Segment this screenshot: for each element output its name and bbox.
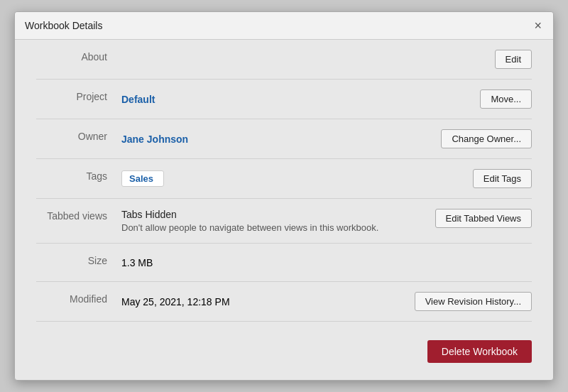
dialog-body: About Edit Project Default Move... Owner…	[15, 40, 553, 380]
owner-action: Change Owner...	[441, 129, 532, 148]
project-action: Move...	[480, 89, 532, 109]
tags-content: Sales	[121, 170, 473, 187]
project-row: Project Default Move...	[36, 80, 532, 119]
dialog-footer: Delete Workbook	[36, 322, 532, 363]
tags-action: Edit Tags	[473, 169, 532, 188]
tags-edit-button[interactable]: Edit Tags	[473, 169, 532, 188]
size-row: Size 1.3 MB	[36, 244, 532, 282]
modified-action: View Revision History...	[415, 292, 532, 311]
dialog-title: Workbook Details	[25, 20, 102, 31]
modified-value: May 25, 2021, 12:18 PM	[121, 296, 230, 307]
delete-workbook-button[interactable]: Delete Workbook	[427, 340, 532, 363]
about-edit-button[interactable]: Edit	[495, 50, 532, 69]
project-label: Project	[36, 89, 121, 102]
about-row: About Edit	[36, 40, 532, 80]
owner-change-button[interactable]: Change Owner...	[441, 129, 532, 148]
owner-content: Jane Johnson	[121, 134, 441, 145]
view-revision-history-button[interactable]: View Revision History...	[415, 292, 532, 311]
size-label: Size	[36, 254, 121, 266]
tabbed-views-description: Don't allow people to navigate between v…	[121, 222, 421, 233]
workbook-details-dialog: Workbook Details × About Edit Project De…	[14, 11, 554, 381]
tags-label: Tags	[36, 169, 121, 182]
tags-row: Tags Sales Edit Tags	[36, 159, 532, 199]
project-move-button[interactable]: Move...	[480, 89, 532, 109]
tag-item: Sales	[121, 170, 164, 187]
dialog-titlebar: Workbook Details ×	[15, 12, 553, 40]
close-button[interactable]: ×	[532, 19, 543, 32]
owner-row: Owner Jane Johnson Change Owner...	[36, 119, 532, 159]
size-content: 1.3 MB	[121, 257, 532, 268]
tabbed-views-status: Tabs Hidden	[121, 209, 421, 220]
tabbed-views-edit-button[interactable]: Edit Tabbed Views	[435, 209, 532, 228]
tabbed-views-row: Tabbed views Tabs Hidden Don't allow peo…	[36, 199, 532, 244]
about-label: About	[36, 50, 121, 62]
modified-content: May 25, 2021, 12:18 PM	[121, 296, 415, 307]
tabbed-views-content: Tabs Hidden Don't allow people to naviga…	[121, 209, 421, 233]
modified-label: Modified	[36, 292, 121, 305]
size-value: 1.3 MB	[121, 257, 153, 268]
tabbed-views-label: Tabbed views	[36, 209, 121, 222]
project-content: Default	[121, 94, 480, 105]
about-action: Edit	[495, 50, 532, 69]
project-value[interactable]: Default	[121, 94, 155, 105]
tabbed-views-action: Edit Tabbed Views	[435, 209, 532, 228]
owner-label: Owner	[36, 129, 121, 142]
modified-row: Modified May 25, 2021, 12:18 PM View Rev…	[36, 282, 532, 322]
owner-value[interactable]: Jane Johnson	[121, 134, 188, 145]
